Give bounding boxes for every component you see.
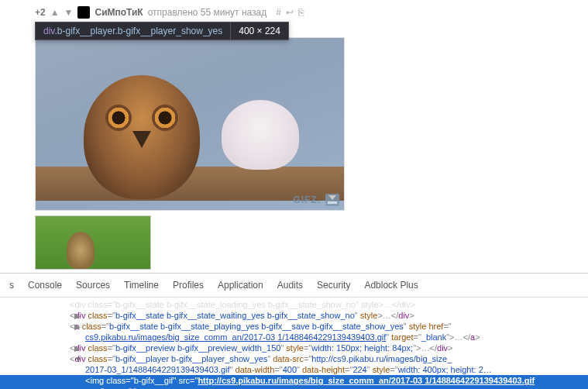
tree-node-img-selected-2[interactable]: ">== $0 [0,386,588,389]
tab-application[interactable]: Application [216,278,265,292]
downvote-icon[interactable]: ▼ [64,7,74,18]
tab-console[interactable]: Console [26,278,64,292]
username-link[interactable]: СиМпоТиК [95,7,143,18]
devtools-tabs: s Console Sources Timeline Profiles Appl… [0,274,588,298]
tab-elements-trunc[interactable]: s [8,278,15,292]
gif-thumbnail[interactable] [35,215,151,270]
tree-node-playing-link-href[interactable]: cs9.pikabu.ru/images/big_size_comm_an/20… [0,332,588,343]
tree-node-player-cont[interactable]: 2017-03_1/1488464229139439403.gif" data-… [0,364,588,375]
devtools-panel: s Console Sources Timeline Profiles Appl… [0,273,588,389]
tree-node-img-selected[interactable]: <img class="b-gifx__gif" src="http://cs9… [0,375,588,386]
post-header: +2 ▲ ▼ СиМпоТиК отправлено 55 минут наза… [35,6,588,19]
tab-adblock[interactable]: Adblock Plus [363,278,419,292]
download-icon[interactable] [325,194,339,206]
hash-icon[interactable]: # [276,7,281,18]
tree-node-preview[interactable]: ▶ <div class="b-gifx__preview b-gifx__pr… [0,343,588,353]
reply-icon[interactable]: ↩ [286,7,294,18]
tree-node-waiting[interactable]: ▶ <div class="b-gifx__state b-gifx__stat… [0,310,588,321]
element-inspector-tooltip: div.b-gifx__player.b-gifx__player_show_y… [35,22,289,40]
tab-profiles[interactable]: Profiles [171,278,205,292]
tree-node-player[interactable]: ▼ <div class="b-gifx__player b-gifx__pla… [0,353,588,364]
tab-audits[interactable]: Audits [276,278,304,292]
tree-node-playing-link[interactable]: ▶ <a class="b-gifx__state b-gifx__state_… [0,321,588,332]
cat-image [222,100,299,170]
gif-watermark: GIFZ. [293,194,321,205]
avatar[interactable] [77,6,90,19]
posted-time: отправлено 55 минут назад [148,7,267,18]
owl-image [84,75,200,199]
tab-sources[interactable]: Sources [74,278,112,292]
vote-score: +2 [35,7,46,18]
link-icon[interactable]: ⎘ [298,7,304,18]
page-content: +2 ▲ ▼ СиМпоТиК отправлено 55 минут наза… [0,0,588,270]
tab-security[interactable]: Security [315,278,352,292]
tooltip-dimensions: 400 × 224 [230,22,288,40]
tooltip-class1: .b-gifx__player [54,26,115,36]
elements-tree[interactable]: <div class="b-gifx__state b-gifx__state_… [0,298,588,389]
tooltip-class2: .b-gifx__player_show_yes [115,26,223,36]
gif-player[interactable]: GIFZ. [35,37,345,211]
tab-timeline[interactable]: Timeline [122,278,160,292]
tooltip-tag: div [43,26,54,36]
tree-line-cut[interactable]: <div class="b-gifx__state b-gifx__state_… [0,299,588,310]
upvote-icon[interactable]: ▲ [50,7,60,18]
